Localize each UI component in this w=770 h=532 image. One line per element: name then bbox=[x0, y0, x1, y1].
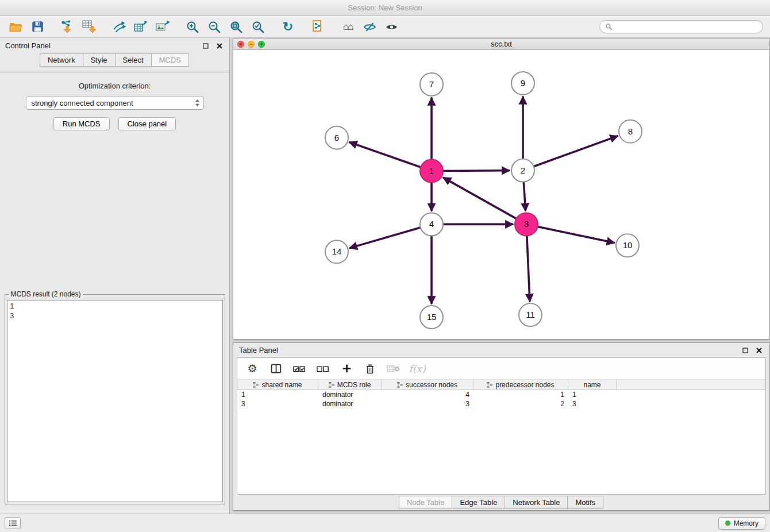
tab-network[interactable]: Network bbox=[40, 53, 83, 67]
search-box[interactable] bbox=[599, 20, 763, 33]
column-header-shared-name[interactable]: shared name bbox=[237, 380, 318, 390]
select-all-button[interactable] bbox=[292, 362, 306, 376]
import-network-button[interactable] bbox=[59, 18, 76, 36]
delete-table-button[interactable] bbox=[387, 362, 401, 376]
zoom-fit-button[interactable] bbox=[228, 18, 245, 36]
graph-node-3[interactable]: 3 bbox=[515, 213, 538, 236]
graph-node-4[interactable]: 4 bbox=[420, 213, 443, 236]
add-column-button[interactable] bbox=[340, 362, 353, 376]
memory-button[interactable]: Memory bbox=[718, 517, 765, 530]
svg-text:3: 3 bbox=[524, 219, 529, 229]
zoom-selected-button[interactable] bbox=[249, 18, 267, 36]
graph-node-15[interactable]: 15 bbox=[420, 306, 443, 329]
graph-edge-2-3[interactable] bbox=[523, 182, 525, 211]
minimize-window-icon[interactable]: − bbox=[248, 41, 255, 48]
close-table-panel-icon[interactable] bbox=[754, 346, 764, 354]
graph-edge-4-14[interactable] bbox=[350, 228, 421, 248]
close-panel-icon[interactable] bbox=[215, 42, 224, 50]
close-panel-button[interactable]: Close panel bbox=[118, 117, 176, 130]
refresh-button[interactable]: ↻ bbox=[279, 18, 297, 36]
mcds-result-list[interactable]: 1 3 bbox=[7, 300, 223, 502]
home-icon: ⌂⌂ bbox=[343, 22, 353, 32]
show-columns-button[interactable] bbox=[269, 362, 283, 376]
export-image-button[interactable] bbox=[154, 18, 171, 36]
graph-edge-3-10[interactable] bbox=[538, 226, 614, 242]
show-hide-graphics-button[interactable] bbox=[383, 18, 400, 36]
table-cell-filler bbox=[617, 399, 765, 408]
open-recent-file-button[interactable] bbox=[309, 18, 326, 36]
svg-text:14: 14 bbox=[332, 246, 342, 256]
graph-node-1[interactable]: 1 bbox=[420, 160, 443, 183]
run-mcds-button[interactable]: Run MCDS bbox=[53, 117, 110, 130]
window-title: Session: New Session bbox=[348, 3, 422, 12]
delete-column-button[interactable] bbox=[363, 362, 377, 376]
open-session-button[interactable] bbox=[7, 18, 24, 36]
graph-node-7[interactable]: 7 bbox=[420, 73, 443, 96]
gear-icon: ⚙ bbox=[247, 363, 257, 374]
float-table-panel-icon[interactable] bbox=[741, 346, 750, 354]
table-row[interactable]: 3dominator323 bbox=[237, 399, 765, 408]
graph-edge-3-11[interactable] bbox=[527, 236, 530, 301]
graph-svg[interactable]: 7968124314101511 bbox=[233, 50, 769, 339]
graph-node-10[interactable]: 10 bbox=[616, 234, 639, 257]
task-history-button[interactable] bbox=[5, 517, 21, 529]
tab-select[interactable]: Select bbox=[115, 53, 152, 67]
graph-edge-3-1[interactable] bbox=[444, 178, 517, 218]
graph-edge-2-8[interactable] bbox=[534, 136, 618, 167]
float-panel-icon[interactable] bbox=[201, 42, 210, 50]
graph-edge-1-6[interactable] bbox=[350, 142, 421, 167]
graph-node-2[interactable]: 2 bbox=[511, 159, 534, 182]
import-table-button[interactable] bbox=[80, 18, 98, 36]
network-window-titlebar[interactable]: × − + scc.txt bbox=[233, 38, 769, 50]
content-area: Control Panel Network Style Select MCDS … bbox=[0, 38, 770, 514]
columns-icon bbox=[270, 363, 282, 375]
import-network-icon bbox=[60, 20, 75, 34]
zoom-out-icon bbox=[207, 20, 221, 34]
tab-edge-table[interactable]: Edge Table bbox=[452, 496, 505, 509]
optimization-criterion-select[interactable]: strongly connected component bbox=[26, 96, 204, 110]
new-table-button[interactable] bbox=[132, 18, 149, 36]
home-layout-button[interactable]: ⌂⌂ bbox=[339, 18, 356, 36]
graph-node-9[interactable]: 9 bbox=[511, 72, 534, 95]
tab-mcds[interactable]: MCDS bbox=[151, 53, 189, 67]
close-window-icon[interactable]: × bbox=[237, 41, 244, 48]
graph-node-14[interactable]: 14 bbox=[325, 240, 348, 263]
zoom-out-button[interactable] bbox=[206, 18, 223, 36]
tab-node-table[interactable]: Node Table bbox=[399, 496, 453, 509]
control-panel: Control Panel Network Style Select MCDS … bbox=[0, 38, 230, 514]
column-header-name[interactable]: name bbox=[568, 380, 617, 390]
mcds-result-group: MCDS result (2 nodes) 1 3 bbox=[5, 290, 225, 504]
save-session-button[interactable] bbox=[29, 18, 46, 36]
graph-edge-1-2[interactable] bbox=[443, 171, 509, 171]
graph-node-8[interactable]: 8 bbox=[619, 120, 642, 143]
table-toolbar: ⚙ bbox=[237, 358, 765, 379]
window-titlebar[interactable]: Session: New Session bbox=[0, 0, 770, 16]
zoom-in-button[interactable] bbox=[184, 18, 201, 36]
apply-style-button[interactable] bbox=[361, 18, 378, 36]
graph-node-6[interactable]: 6 bbox=[325, 126, 348, 149]
column-header-predecessor-nodes[interactable]: predecessor nodes bbox=[473, 380, 568, 390]
save-icon bbox=[31, 20, 44, 33]
table-body[interactable]: 1dominator4113dominator323 bbox=[237, 390, 765, 494]
deselect-all-button[interactable] bbox=[316, 362, 330, 376]
import-table-icon bbox=[82, 20, 97, 34]
network-canvas[interactable]: 7968124314101511 bbox=[233, 50, 769, 339]
new-network-button[interactable] bbox=[110, 18, 128, 36]
zoom-window-icon[interactable]: + bbox=[258, 41, 265, 48]
function-builder-button[interactable]: f(x) bbox=[410, 362, 424, 376]
column-header-mcds-role[interactable]: MCDS role bbox=[318, 380, 382, 390]
column-header-successor-nodes[interactable]: successor nodes bbox=[382, 380, 473, 390]
network-window: × − + scc.txt 7968124314101511 bbox=[233, 38, 770, 340]
tab-network-table[interactable]: Network Table bbox=[505, 496, 568, 509]
tab-motifs[interactable]: Motifs bbox=[567, 496, 603, 509]
tab-style[interactable]: Style bbox=[83, 53, 116, 67]
unchecked-boxes-icon bbox=[317, 364, 329, 373]
table-cell: 4 bbox=[382, 390, 473, 399]
table-settings-button[interactable]: ⚙ bbox=[245, 362, 259, 376]
table-row[interactable]: 1dominator411 bbox=[237, 390, 765, 399]
graph-node-11[interactable]: 11 bbox=[519, 303, 542, 326]
search-input[interactable] bbox=[615, 23, 757, 31]
table-cell: 1 bbox=[473, 390, 568, 399]
table-cell: 3 bbox=[237, 399, 318, 408]
table-tabs: Node Table Edge Table Network Table Moti… bbox=[233, 495, 769, 510]
